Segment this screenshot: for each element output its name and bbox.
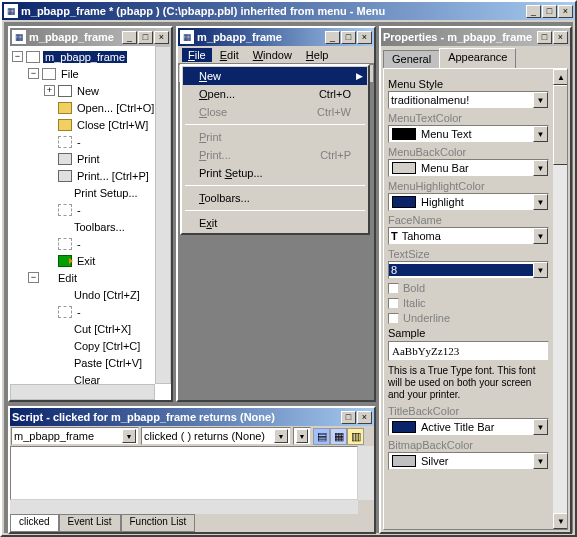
tree-root[interactable]: −m_pbapp_frame xyxy=(12,48,169,65)
select-menuhighlight[interactable]: Highlight▼ xyxy=(388,193,549,211)
script-tab-clicked[interactable]: clicked xyxy=(10,514,59,532)
script-tab-event-list[interactable]: Event List xyxy=(59,514,121,532)
tree-item[interactable]: Open... [Ctrl+O] xyxy=(12,99,169,116)
scroll-down-button[interactable]: ▼ xyxy=(553,513,568,529)
script-maximize-button[interactable]: □ xyxy=(341,411,356,424)
tree-item[interactable]: Close [Ctrl+W] xyxy=(12,116,169,133)
tree-maximize-button[interactable]: □ xyxy=(138,31,153,44)
maximize-button[interactable]: □ xyxy=(542,5,557,18)
props-maximize-button[interactable]: □ xyxy=(537,31,552,44)
menu-item-open[interactable]: Open...Ctrl+O xyxy=(183,85,367,103)
tree-close-button[interactable]: × xyxy=(154,31,169,44)
close-ic xyxy=(58,119,72,131)
checkbox-underline[interactable]: Underline xyxy=(388,312,549,324)
collapse-icon[interactable]: − xyxy=(12,51,23,62)
tree-item[interactable]: - xyxy=(12,201,169,218)
tree-item[interactable]: +New xyxy=(12,82,169,99)
menu-preview-window: ▦ m_pbapp_frame _ □ × FileEditWindowHelp… xyxy=(176,26,376,402)
swatch-menuhigh xyxy=(392,196,416,208)
mdi-client: ▦ m_pbapp_frame _ □ × −m_pbapp_frame−Fil… xyxy=(4,22,573,533)
view-icon-2[interactable]: ▦ xyxy=(330,428,347,445)
script-object-select[interactable]: m_pbapp_frame▼ xyxy=(11,427,139,445)
menubar-item-help[interactable]: Help xyxy=(300,48,335,62)
tree-item[interactable]: Undo [Ctrl+Z] xyxy=(12,286,169,303)
menu-maximize-button[interactable]: □ xyxy=(341,31,356,44)
props-vscroll[interactable]: ▲ ▼ xyxy=(553,69,568,529)
tree-item[interactable]: Toolbars... xyxy=(12,218,169,235)
tree-item[interactable]: Exit xyxy=(12,252,169,269)
tab-appearance[interactable]: Appearance xyxy=(439,48,516,68)
scroll-up-button[interactable]: ▲ xyxy=(553,69,568,85)
tree-vscroll[interactable] xyxy=(155,46,171,384)
tree-hscroll[interactable] xyxy=(10,384,155,400)
close-button[interactable]: × xyxy=(558,5,573,18)
select-facename[interactable]: TTahoma▼ xyxy=(388,227,549,245)
menubar-item-edit[interactable]: Edit xyxy=(214,48,245,62)
menu-ic xyxy=(42,68,56,80)
select-textsize[interactable]: 8▼ xyxy=(388,261,549,279)
menu-item-exit[interactable]: Exit xyxy=(183,214,367,232)
chevron-down-icon[interactable]: ▼ xyxy=(274,429,288,443)
script-vscroll[interactable] xyxy=(358,446,374,500)
chevron-down-icon[interactable]: ▼ xyxy=(122,429,136,443)
scroll-thumb[interactable] xyxy=(553,85,568,165)
expand-icon[interactable]: + xyxy=(44,85,55,96)
chevron-down-icon[interactable]: ▼ xyxy=(533,262,548,278)
file-dropdown[interactable]: New▶Open...Ctrl+OCloseCtrl+WPrintPrint..… xyxy=(180,64,370,235)
menubar-item-file[interactable]: File xyxy=(182,48,212,62)
menu-item-toolbars[interactable]: Toolbars... xyxy=(183,189,367,207)
chevron-down-icon[interactable]: ▼ xyxy=(533,160,548,176)
tree-item[interactable]: −File xyxy=(12,65,169,82)
script-extra-select[interactable]: ▼ xyxy=(293,427,311,445)
properties-title: Properties - m_pbapp_frame xyxy=(383,31,537,43)
tree-item[interactable]: Paste [Ctrl+V] xyxy=(12,354,169,371)
script-event-select[interactable]: clicked ( ) returns (None)▼ xyxy=(141,427,291,445)
checkbox-bold[interactable]: Bold xyxy=(388,282,549,294)
expand-icon[interactable]: − xyxy=(28,68,39,79)
chevron-down-icon[interactable]: ▼ xyxy=(296,429,308,443)
menu-close-button[interactable]: × xyxy=(357,31,372,44)
select-menustyle[interactable]: traditionalmenu!▼ xyxy=(388,91,549,109)
properties-tabs: General Appearance xyxy=(383,48,568,68)
menubar[interactable]: FileEditWindowHelp xyxy=(178,46,374,64)
select-bitmapbackcolor[interactable]: Silver▼ xyxy=(388,452,549,470)
tree-item[interactable]: −Edit xyxy=(12,269,169,286)
properties-titlebar: Properties - m_pbapp_frame □ × xyxy=(381,28,570,46)
minimize-button[interactable]: _ xyxy=(526,5,541,18)
menu-item-print: Print xyxy=(183,128,367,146)
chevron-down-icon[interactable]: ▼ xyxy=(533,419,548,435)
chevron-down-icon[interactable]: ▼ xyxy=(533,126,548,142)
chevron-down-icon[interactable]: ▼ xyxy=(533,194,548,210)
tree-item[interactable]: - xyxy=(12,303,169,320)
script-tab-function-list[interactable]: Function List xyxy=(121,514,196,532)
tree-item[interactable]: - xyxy=(12,235,169,252)
chevron-down-icon[interactable]: ▼ xyxy=(533,228,548,244)
script-close-button[interactable]: × xyxy=(357,411,372,424)
script-title: Script - clicked for m_pbapp_frame retur… xyxy=(12,411,341,423)
tree-item[interactable]: Print Setup... xyxy=(12,184,169,201)
select-menubackcolor[interactable]: Menu Bar▼ xyxy=(388,159,549,177)
props-close-button[interactable]: × xyxy=(553,31,568,44)
view-icon-3[interactable]: ▥ xyxy=(347,428,364,445)
tree-item[interactable]: Print xyxy=(12,150,169,167)
tree-item[interactable]: Cut [Ctrl+X] xyxy=(12,320,169,337)
menu-item-new[interactable]: New▶ xyxy=(183,67,367,85)
tree-item[interactable]: Print... [Ctrl+P] xyxy=(12,167,169,184)
menu-item-printsetup[interactable]: Print Setup... xyxy=(183,164,367,182)
tree-item[interactable]: - xyxy=(12,133,169,150)
select-titlebackcolor[interactable]: Active Title Bar▼ xyxy=(388,418,549,436)
menu-minimize-button[interactable]: _ xyxy=(325,31,340,44)
chevron-down-icon[interactable]: ▼ xyxy=(533,92,548,108)
select-menutextcolor[interactable]: Menu Text▼ xyxy=(388,125,549,143)
script-editor[interactable] xyxy=(10,446,358,500)
tree-item[interactable]: Copy [Ctrl+C] xyxy=(12,337,169,354)
view-icon-1[interactable]: ▤ xyxy=(313,428,330,445)
tab-general[interactable]: General xyxy=(383,50,440,68)
checkbox-italic[interactable]: Italic xyxy=(388,297,549,309)
new-ic xyxy=(58,85,72,97)
tree-minimize-button[interactable]: _ xyxy=(122,31,137,44)
chevron-down-icon[interactable]: ▼ xyxy=(533,453,548,469)
expand-icon[interactable]: − xyxy=(28,272,39,283)
menu-tree[interactable]: −m_pbapp_frame−File+NewOpen... [Ctrl+O]C… xyxy=(10,46,171,400)
menubar-item-window[interactable]: Window xyxy=(247,48,298,62)
